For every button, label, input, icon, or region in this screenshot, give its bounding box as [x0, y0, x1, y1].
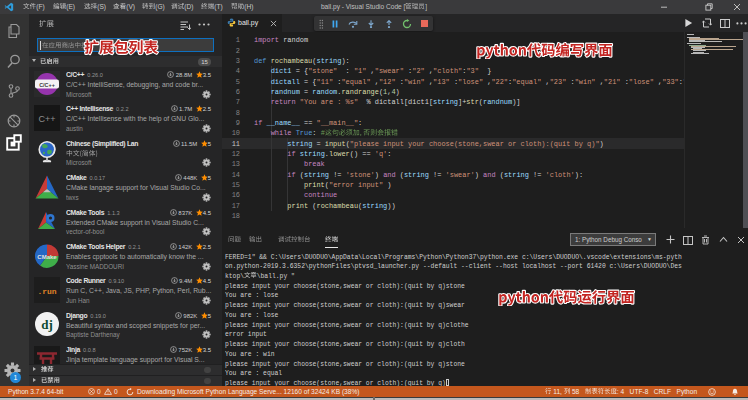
- svg-text:.run: .run: [37, 287, 56, 296]
- svg-text:C/C++: C/C++: [39, 81, 55, 87]
- svg-text:dj: dj: [41, 317, 53, 332]
- svg-text:C++: C++: [38, 113, 55, 123]
- svg-text:CMake: CMake: [37, 253, 57, 259]
